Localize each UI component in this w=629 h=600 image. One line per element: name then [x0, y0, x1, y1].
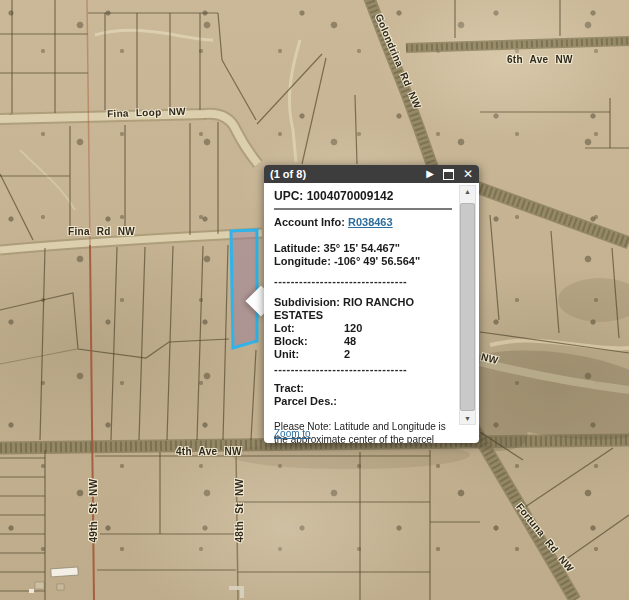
maximize-icon[interactable]: [443, 169, 454, 180]
block-row: Block: 48: [274, 335, 451, 348]
unit-row: Unit: 2: [274, 348, 451, 361]
parcel-info-popup: (1 of 8) ▶ ✕ UPC: 1004070009142 Account …: [264, 165, 479, 443]
road-label-4th-ave: 4th Ave NW: [176, 446, 242, 457]
lot-label: Lot:: [274, 322, 344, 335]
scroll-down-icon[interactable]: ▼: [464, 413, 471, 424]
dashed-divider-2: --------------------------------: [274, 363, 456, 376]
road-label-fina-rd: Fina Rd NW: [68, 226, 135, 237]
road-label-48th-st: 48th St NW: [234, 481, 245, 543]
block-value: 48: [344, 335, 356, 348]
scroll-thumb[interactable]: [460, 203, 475, 411]
longitude-label: Longitude:: [274, 255, 331, 267]
scroll-up-icon[interactable]: ▲: [464, 186, 471, 197]
popup-scrollbar[interactable]: ▲ ▼: [459, 185, 476, 425]
upc-value: 1004070009142: [307, 189, 394, 203]
longitude-line: Longitude: -106° 49' 56.564": [274, 255, 451, 268]
account-line: Account Info: R038463: [274, 216, 451, 229]
parcel-des-line: Parcel Des.:: [274, 395, 451, 408]
upc-label: UPC:: [274, 189, 303, 203]
next-feature-icon[interactable]: ▶: [426, 169, 434, 179]
unit-value: 2: [344, 348, 350, 361]
latitude-line: Latitude: 35° 15' 54.467": [274, 242, 451, 255]
popup-header[interactable]: (1 of 8) ▶ ✕: [264, 165, 479, 183]
lot-row: Lot: 120: [274, 322, 451, 335]
selected-parcel-highlight[interactable]: [231, 230, 257, 348]
buildings: [29, 567, 244, 598]
tract-label: Tract:: [274, 382, 304, 394]
popup-body: UPC: 1004070009142 Account Info: R038463…: [264, 183, 479, 443]
block-label: Block:: [274, 335, 344, 348]
close-icon[interactable]: ✕: [463, 169, 473, 179]
unit-label: Unit:: [274, 348, 344, 361]
lot-value: 120: [344, 322, 362, 335]
road-label-49th-st: 49th St NW: [88, 481, 99, 543]
upc-line: UPC: 1004070009142: [274, 190, 451, 203]
road-label-6th-ave: 6th Ave NW: [507, 54, 573, 65]
zoom-to-link[interactable]: Zoom to: [274, 427, 311, 440]
subdivision-line: Subdivision: RIO RANCHO ESTATES: [274, 296, 451, 322]
divider-rule: [274, 208, 452, 210]
map-viewport[interactable]: Fina Loop NW Golondrina Rd NW 6th Ave NW…: [0, 0, 629, 600]
latitude-label: Latitude:: [274, 242, 320, 254]
account-link[interactable]: R038463: [348, 216, 393, 228]
parcel-des-label: Parcel Des.:: [274, 395, 337, 407]
account-label: Account Info:: [274, 216, 345, 228]
subdivision-label: Subdivision:: [274, 296, 340, 308]
dashed-divider: --------------------------------: [274, 275, 456, 288]
longitude-value: -106° 49' 56.564": [334, 255, 420, 267]
latitude-value: 35° 15' 54.467": [324, 242, 400, 254]
popup-title: (1 of 8): [270, 168, 417, 180]
tract-line: Tract:: [274, 382, 451, 395]
